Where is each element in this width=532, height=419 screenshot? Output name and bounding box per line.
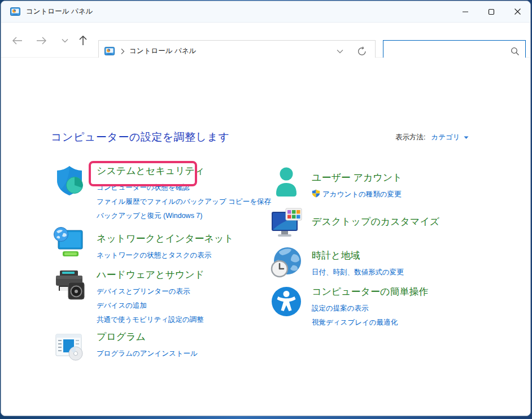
recent-locations-button[interactable]: [56, 32, 73, 49]
control-panel-home: コンピューターの設定を調整します 表示方法: カテゴリ システムとセキュリティ …: [1, 58, 530, 416]
desktop-customization-icon[interactable]: [270, 207, 303, 239]
page-title: コンピューターの設定を調整します: [51, 130, 229, 145]
category-user-accounts: ユーザー アカウント アカウントの種類の変更: [270, 171, 504, 202]
forward-button[interactable]: [33, 32, 50, 49]
up-button[interactable]: [75, 32, 91, 49]
forward-arrow-icon: [36, 37, 47, 45]
titlebar: コントロール パネル: [1, 1, 530, 23]
view-by-caret-icon[interactable]: [464, 136, 469, 139]
chevron-down-icon: [62, 38, 68, 43]
category-title-desktop-customization[interactable]: デスクトップのカスタマイズ: [312, 215, 439, 229]
link-let-windows-suggest-settings[interactable]: 設定の提案の表示: [312, 302, 504, 316]
link-backup-restore-win7[interactable]: バックアップと復元 (Windows 7): [97, 209, 289, 223]
category-ease-of-access: コンピューターの簡単操作 設定の提案の表示 視覚ディスプレイの最適化: [270, 285, 504, 330]
uac-shield-icon: [312, 189, 320, 198]
category-title-ease-of-access[interactable]: コンピューターの簡単操作: [312, 285, 428, 299]
category-title-network-internet[interactable]: ネットワークとインターネット: [97, 232, 234, 246]
link-change-account-type[interactable]: アカウントの種類の変更: [312, 187, 504, 202]
link-uninstall-program[interactable]: プログラムのアンインストール: [97, 347, 289, 361]
category-title-clock-region[interactable]: 時計と地域: [312, 248, 360, 263]
search-icon[interactable]: [511, 47, 520, 56]
link-change-date-time-number-formats[interactable]: 日付、時刻、数値形式の変更: [312, 265, 504, 280]
category-system-security: システムとセキュリティ コンピューターの状態を確認 ファイル履歴でファイルのバッ…: [53, 164, 289, 223]
link-optimize-visual-display[interactable]: 視覚ディスプレイの最適化: [312, 316, 504, 330]
view-by-control: 表示方法: カテゴリ: [395, 133, 469, 142]
category-network-internet: ネットワークとインターネット ネットワークの状態とタスクの表示: [53, 232, 289, 263]
system-security-shield-icon[interactable]: [53, 164, 86, 197]
category-programs: プログラム プログラムのアンインストール: [53, 330, 289, 361]
link-add-device[interactable]: デバイスの追加: [97, 299, 289, 313]
link-check-computer-status[interactable]: コンピューターの状態を確認: [97, 181, 289, 195]
maximize-icon: [488, 8, 495, 15]
close-button[interactable]: [504, 1, 530, 22]
close-icon: [514, 8, 521, 15]
category-clock-region: 時計と地域 日付、時刻、数値形式の変更: [270, 248, 504, 280]
back-arrow-icon: [12, 37, 23, 45]
network-internet-icon[interactable]: [53, 226, 86, 259]
ease-of-access-icon[interactable]: [270, 285, 303, 318]
navigation-toolbar: コントロール パネル: [1, 23, 530, 58]
control-panel-icon: [10, 7, 20, 16]
back-button[interactable]: [9, 32, 26, 49]
breadcrumb-root[interactable]: コントロール パネル: [129, 46, 196, 56]
category-title-programs[interactable]: プログラム: [97, 330, 146, 344]
breadcrumb-chevron-icon: [120, 48, 125, 55]
link-adjust-mobility-settings[interactable]: 共通で使うモビリティ設定の調整: [97, 313, 289, 327]
link-view-devices-printers[interactable]: デバイスとプリンターの表示: [97, 285, 289, 299]
clock-region-globe-icon[interactable]: [270, 246, 303, 279]
refresh-icon[interactable]: [357, 46, 367, 56]
view-by-value[interactable]: カテゴリ: [431, 133, 460, 142]
up-arrow-icon: [79, 35, 88, 46]
view-by-label: 表示方法:: [395, 133, 425, 142]
category-hardware-sound: ハードウェアとサウンド デバイスとプリンターの表示 デバイスの追加 共通で使うモ…: [53, 268, 289, 327]
hardware-sound-printer-speaker-icon[interactable]: [53, 268, 86, 301]
control-panel-window: コントロール パネル: [1, 1, 531, 416]
category-title-system-security[interactable]: システムとセキュリティ: [97, 164, 204, 178]
category-title-user-accounts[interactable]: ユーザー アカウント: [312, 171, 403, 185]
programs-icon[interactable]: [53, 330, 86, 363]
user-accounts-icon[interactable]: [270, 165, 303, 198]
minimize-icon: [462, 8, 469, 15]
maximize-button[interactable]: [478, 1, 504, 22]
address-dropdown-icon[interactable]: [337, 49, 343, 54]
category-desktop-customization: デスクトップのカスタマイズ: [270, 215, 504, 229]
category-title-hardware-sound[interactable]: ハードウェアとサウンド: [97, 268, 204, 282]
breadcrumb-control-panel-icon: [104, 47, 115, 55]
link-file-history-backup[interactable]: ファイル履歴でファイルのバックアップ コピーを保存: [97, 195, 289, 209]
minimize-button[interactable]: [452, 1, 478, 22]
window-title: コントロール パネル: [26, 7, 93, 16]
link-network-status-tasks[interactable]: ネットワークの状態とタスクの表示: [97, 248, 289, 263]
